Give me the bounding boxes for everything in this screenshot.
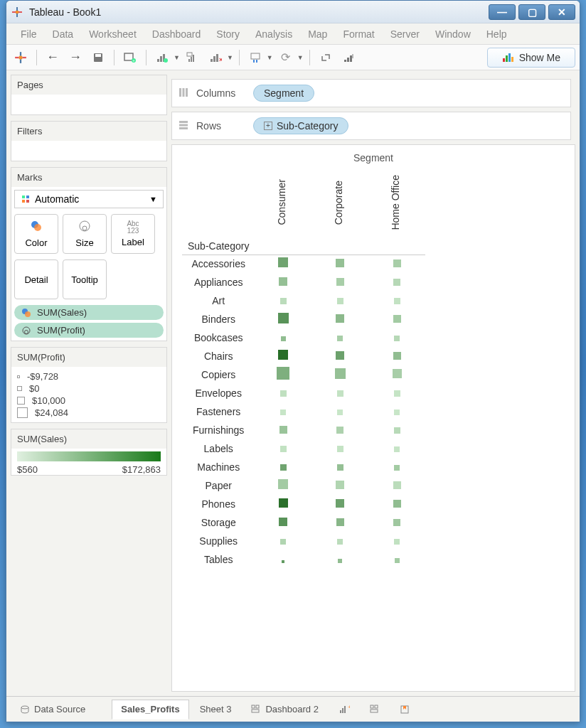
mark-square[interactable] (336, 278, 344, 286)
mark-square[interactable] (280, 446, 287, 452)
row-label[interactable]: Fasteners (182, 402, 255, 421)
rows-shelf[interactable]: Rows +Sub-Category (171, 112, 571, 140)
mark-square[interactable] (278, 350, 288, 360)
mark-square[interactable] (336, 427, 343, 434)
menu-window[interactable]: Window (428, 26, 478, 43)
tab-sheet3[interactable]: Sheet 3 (191, 700, 241, 719)
mark-square[interactable] (394, 427, 400, 434)
mark-square[interactable] (336, 481, 344, 489)
show-me-button[interactable]: Show Me (487, 48, 575, 68)
mark-square[interactable] (278, 479, 288, 489)
col-header[interactable]: Corporate (317, 176, 360, 229)
mark-square[interactable] (279, 277, 287, 286)
mark-square[interactable] (394, 465, 400, 471)
mark-square[interactable] (394, 446, 400, 452)
mark-square[interactable] (280, 298, 287, 304)
menu-analysis[interactable]: Analysis (248, 26, 299, 43)
columns-pill-segment[interactable]: Segment (253, 85, 314, 102)
row-label[interactable]: Appliances (182, 273, 255, 291)
mark-square[interactable] (279, 498, 288, 508)
mark-square[interactable] (393, 369, 402, 378)
menu-help[interactable]: Help (479, 26, 514, 43)
mark-square[interactable] (336, 314, 344, 323)
columns-shelf[interactable]: Columns Segment (171, 79, 571, 107)
menu-file[interactable]: File (14, 26, 44, 43)
row-label[interactable]: Supplies (182, 532, 255, 550)
filters-shelf[interactable]: Filters (11, 121, 167, 161)
new-story-tab[interactable] (390, 700, 419, 719)
row-label[interactable]: Copiers (182, 365, 255, 384)
mark-square[interactable] (335, 368, 346, 379)
menu-format[interactable]: Format (336, 26, 381, 43)
mark-square[interactable] (280, 390, 287, 397)
col-header[interactable]: Home Office (374, 171, 417, 235)
row-label[interactable]: Paper (182, 476, 255, 495)
mark-square[interactable] (280, 410, 286, 415)
size-button[interactable]: Size (63, 214, 107, 254)
mark-square[interactable] (336, 499, 344, 508)
mark-square[interactable] (393, 352, 401, 360)
row-label[interactable]: Accessories (182, 255, 255, 273)
row-label[interactable]: Storage (182, 513, 255, 532)
new-dashboard-tab[interactable] (361, 700, 389, 719)
menu-data[interactable]: Data (46, 26, 81, 43)
tab-sales-profits[interactable]: Sales_Profits (112, 700, 188, 719)
row-label[interactable]: Bookcases (182, 328, 255, 347)
row-label[interactable]: Labels (182, 439, 255, 458)
mark-square[interactable] (337, 446, 343, 452)
mark-square[interactable] (393, 481, 401, 489)
row-label[interactable]: Furnishings (182, 421, 255, 439)
row-label[interactable]: Chairs (182, 347, 255, 365)
menu-map[interactable]: Map (301, 26, 334, 43)
mark-square[interactable] (394, 298, 400, 304)
menu-dashboard[interactable]: Dashboard (145, 26, 208, 43)
pause-updates-button[interactable] (245, 48, 265, 68)
mark-square[interactable] (395, 558, 400, 563)
titlebar[interactable]: Tableau - Book1 — ▢ ✕ (6, 1, 580, 23)
tooltip-button[interactable]: Tooltip (63, 259, 107, 299)
minimize-button[interactable]: — (489, 4, 516, 20)
marks-type-dropdown[interactable]: Automatic ▼ (14, 190, 164, 208)
row-label[interactable]: Envelopes (182, 384, 255, 402)
mark-square[interactable] (337, 336, 343, 341)
mark-square[interactable] (393, 259, 401, 267)
swap-button[interactable] (316, 48, 336, 68)
tab-datasource[interactable]: Data Source (11, 700, 95, 719)
mark-square[interactable] (393, 315, 401, 323)
mark-square[interactable] (278, 257, 288, 267)
mark-square[interactable] (336, 351, 344, 360)
duplicate-sheet-button[interactable] (183, 48, 203, 68)
mark-square[interactable] (280, 464, 287, 471)
mark-square[interactable] (281, 336, 286, 341)
row-label[interactable]: Tables (182, 550, 255, 569)
mark-square[interactable] (336, 259, 344, 267)
mark-square[interactable] (279, 518, 287, 526)
menu-server[interactable]: Server (383, 26, 427, 43)
row-label[interactable]: Binders (182, 310, 255, 328)
close-button[interactable]: ✕ (548, 4, 575, 20)
viz-canvas[interactable]: Segment ConsumerCorporateHome OfficeSub-… (171, 144, 575, 692)
mark-square[interactable] (393, 519, 400, 526)
mark-square[interactable] (394, 539, 400, 545)
label-button[interactable]: Abc123Label (111, 214, 155, 254)
save-button[interactable] (88, 48, 108, 68)
refresh-button[interactable]: ⟳ (276, 48, 296, 68)
mark-square[interactable] (394, 410, 400, 415)
mark-square[interactable] (337, 298, 343, 304)
marks-pill-color[interactable]: SUM(Sales) (14, 305, 164, 320)
mark-square[interactable] (277, 367, 289, 380)
mark-square[interactable] (336, 518, 344, 526)
row-label[interactable]: Phones (182, 495, 255, 513)
color-button[interactable]: Color (14, 214, 58, 254)
row-label[interactable]: Machines (182, 458, 255, 476)
new-worksheet-tab[interactable]: + (329, 700, 359, 719)
mark-square[interactable] (393, 279, 400, 286)
marks-pill-size[interactable]: SUM(Profit) (14, 323, 164, 338)
new-datasource-button[interactable]: + (120, 48, 140, 68)
pages-shelf[interactable]: Pages (11, 75, 167, 115)
mark-square[interactable] (394, 390, 400, 397)
mark-square[interactable] (282, 560, 284, 563)
tableau-logo-icon[interactable] (11, 48, 31, 68)
rows-pill-subcategory[interactable]: +Sub-Category (253, 117, 348, 134)
mark-square[interactable] (394, 336, 400, 341)
